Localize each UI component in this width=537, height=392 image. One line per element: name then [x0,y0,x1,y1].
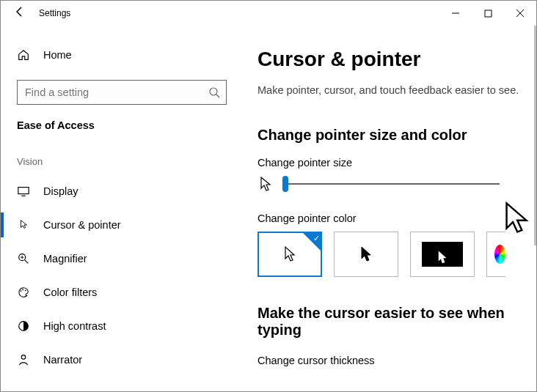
category-heading: Ease of Access [1,119,243,131]
nav-cursor-pointer[interactable]: Cursor & pointer [1,208,243,242]
back-button[interactable] [10,1,30,26]
nav-label: Magnifier [43,253,87,265]
svg-point-12 [21,290,22,292]
nav-display[interactable]: Display [1,174,243,208]
svg-point-14 [25,289,26,291]
check-icon: ✓ [313,233,320,243]
pointer-small-icon [257,176,274,192]
pointer-color-black[interactable] [334,232,398,277]
page-subtitle: Make pointer, cursor, and touch feedback… [257,84,536,96]
scrollbar[interactable] [534,26,536,245]
section-cursor-typing: Make the cursor easier to see when typin… [257,305,507,339]
nav-high-contrast[interactable]: High contrast [1,309,243,343]
cursor-icon [17,218,30,232]
svg-point-16 [21,355,25,359]
cursor-inverted-icon [436,251,448,265]
main-content: Cursor & pointer Make pointer, cursor, a… [243,26,536,391]
search-field[interactable] [25,86,208,98]
slider-thumb[interactable] [282,176,288,192]
nav-label: Cursor & pointer [43,219,121,231]
window-title: Settings [39,8,70,18]
search-icon [208,86,220,98]
narrator-icon [17,353,30,366]
inverted-bg [422,242,463,267]
search-input[interactable] [17,80,227,105]
pointer-size-slider[interactable] [282,176,500,192]
display-icon [17,185,30,198]
svg-point-4 [210,88,217,95]
pointer-color-inverted[interactable] [410,232,475,277]
slider-track [282,183,500,185]
svg-rect-6 [18,188,29,194]
group-heading: Vision [1,156,243,167]
color-wheel-icon [494,245,505,264]
magnifier-icon [17,252,30,265]
home-nav[interactable]: Home [1,40,243,70]
nav-label: Display [43,185,78,197]
close-button[interactable] [504,1,536,25]
maximize-button[interactable] [472,1,504,25]
nav-label: Color filters [43,286,97,298]
nav-label: Narrator [43,354,82,366]
home-icon [17,48,30,62]
home-label: Home [43,49,72,61]
svg-point-13 [22,289,23,291]
svg-line-5 [216,95,219,97]
nav-magnifier[interactable]: Magnifier [1,242,243,275]
pointer-color-white[interactable]: ✓ [257,232,322,277]
pointer-large-icon [503,201,530,237]
label-pointer-color: Change pointer color [257,212,536,224]
label-cursor-thickness: Change cursor thickness [257,355,536,366]
nav-label: High contrast [43,320,106,332]
cursor-white-icon [282,245,297,263]
cursor-black-icon [359,245,373,263]
sidebar: Home Ease of Access Vision Display Curso… [1,26,243,391]
section-size-color: Change pointer size and color [257,127,536,144]
nav-narrator[interactable]: Narrator [1,343,243,377]
palette-icon [17,286,30,299]
svg-rect-1 [485,10,492,17]
contrast-icon [17,319,30,333]
pointer-color-custom[interactable] [486,232,505,277]
label-pointer-size: Change pointer size [257,157,536,169]
svg-line-9 [25,260,29,264]
page-title: Cursor & pointer [257,48,536,71]
minimize-button[interactable] [439,1,472,25]
nav-color-filters[interactable]: Color filters [1,275,243,309]
